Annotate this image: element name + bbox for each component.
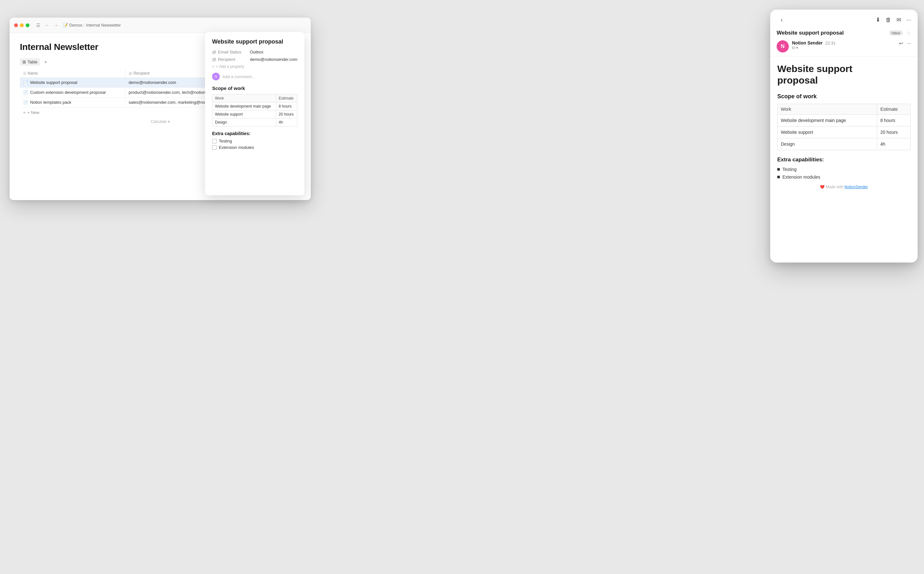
email-footer: ❤️ Made with NotionSender [777,185,911,191]
close-button[interactable] [14,24,18,27]
preview-table-row: Website development main page 8 hours [212,102,297,110]
email-table-row: Design 4h [778,138,911,150]
compose-icon[interactable]: ✉ [896,16,901,24]
checkbox-testing: Testing [212,139,297,144]
notionsender-link[interactable]: NotionSender [844,185,868,189]
sender-avatar-letter: N [781,44,785,49]
email-page-title: Website supportproposal [777,63,911,86]
email-scope-title: Scope of work [777,93,911,100]
preview-row2-work: Website support [212,110,276,118]
preview-col-estimate: Estimate [276,95,297,102]
email-col-work: Work [778,104,877,115]
email-star-button[interactable]: ☆ [906,30,911,36]
add-property-button[interactable]: + + Add a property [212,64,297,69]
prop-row-status: @ Email Status Outbox [212,50,297,54]
col-recipient-label: Recipient [134,71,150,76]
more-icon[interactable]: ··· [907,17,911,24]
bullet-icon [777,168,780,170]
prop-status-value: Outbox [250,50,263,54]
email-header: ‹ ⬇ 🗑 ✉ ··· Website support proposal Inb… [770,9,918,57]
checkbox-extension: Extension modules [212,145,297,150]
back-button[interactable]: ‹ [777,15,787,25]
email-table-row: Website support 20 hours [778,126,911,138]
preview-row2-est: 20 hours [276,110,297,118]
sender-info: Notion Sender 22:31 to ▾ [792,40,896,50]
cell-name: 📄 Custom extension development proposal [20,88,125,98]
comment-placeholder[interactable]: Add a comment... [222,74,255,79]
cell-name: 📄 Website support proposal [20,78,125,88]
new-row-label: + New [28,110,40,115]
minimize-button[interactable] [20,24,24,27]
more-sender-icon[interactable]: ··· [907,41,911,46]
new-row-icon: + [23,110,25,115]
doc-icon: 📄 [23,100,28,105]
breadcrumb-emoji: 📝 [63,23,68,28]
doc-icon: 📄 [23,80,28,85]
checkbox-testing-box[interactable] [212,139,217,144]
prop-status-label: @ Email Status [212,50,247,54]
email-extra-title: Extra capabilities: [777,156,911,163]
sender-time: 22:31 [825,41,836,46]
col-name-icon: ☰ [23,71,26,76]
email-header-top: ‹ ⬇ 🗑 ✉ ··· [777,15,911,25]
email-body: Website supportproposal Scope of work Wo… [770,57,918,262]
add-view-button[interactable]: + [43,58,49,66]
doc-icon: 📄 [23,90,28,95]
preview-table-header: Work Estimate [212,95,297,102]
prop-status-icon: @ [212,50,216,54]
row3-name: Notion templates pack [30,100,71,105]
table-view-tab[interactable]: ⊞ Table [20,58,40,66]
sender-to: to ▾ [792,46,896,50]
table-view-icon: ⊞ [22,60,26,64]
email-subject: Website support proposal [777,30,886,36]
preview-scope-table: Work Estimate Website development main p… [212,94,297,126]
notion-titlebar: ☰ ← → 📝 Demos / Internal Newsletter [9,17,311,33]
maximize-button[interactable] [25,24,30,27]
prop-recipient-icon: @ [212,57,216,62]
email-inbox-badge: Inbox [889,30,903,36]
email-row2-est: 20 hours [877,126,910,138]
email-row1-est: 8 hours [877,115,910,126]
archive-icon[interactable]: ⬇ [876,16,880,24]
comment-area: N Add a comment... [212,73,297,80]
preview-row3-work: Design [212,118,276,126]
col-name[interactable]: ☰ Name [20,69,125,78]
forward-button[interactable]: → [52,22,60,29]
email-col-estimate: Estimate [877,104,910,115]
email-sender-row: N Notion Sender 22:31 to ▾ ↩ ··· [777,40,911,56]
preview-scope-title: Scope of work [212,85,297,91]
preview-extra-title: Extra capabilities: [212,131,297,136]
sender-name: Notion Sender [792,40,823,46]
prop-recipient-value: demo@notionsender.com [250,57,297,62]
delete-icon[interactable]: 🗑 [886,17,891,24]
titlebar-nav: ☰ ← → [35,22,60,29]
sender-avatar: N [777,40,789,52]
sender-to-chevron[interactable]: ▾ [796,46,798,50]
email-row3-work: Design [778,138,877,150]
preview-title: Website support proposal [212,38,297,45]
email-table-header: Work Estimate [778,104,911,115]
email-table-row: Website development main page 8 hours [778,115,911,126]
breadcrumb-current: Internal Newsletter [86,23,121,28]
bullet-icon [777,176,780,178]
notion-preview-panel: Website support proposal @ Email Status … [205,32,304,195]
reply-icon[interactable]: ↩ [899,40,903,46]
table-view-label: Table [28,60,38,64]
email-scope-table: Work Estimate Website development main p… [777,104,911,150]
row1-name: Website support proposal [30,80,77,85]
preview-row3-est: 4h [276,118,297,126]
back-button[interactable]: ← [44,22,51,29]
breadcrumb-parent[interactable]: Demos [69,23,82,28]
preview-row1-est: 8 hours [276,102,297,110]
breadcrumb-separator: / [84,23,85,28]
sidebar-toggle-icon[interactable]: ☰ [35,22,42,29]
checkbox-extension-box[interactable] [212,145,217,150]
preview-table-row: Design 4h [212,118,297,126]
email-header-actions: ⬇ 🗑 ✉ ··· [876,16,911,24]
footer-text: ❤️ Made with NotionSender [820,185,868,189]
cell-name: 📄 Notion templates pack [20,98,125,107]
preview-table-row: Website support 20 hours [212,110,297,118]
preview-row1-work: Website development main page [212,102,276,110]
email-row1-work: Website development main page [778,115,877,126]
commenter-avatar: N [212,73,220,80]
